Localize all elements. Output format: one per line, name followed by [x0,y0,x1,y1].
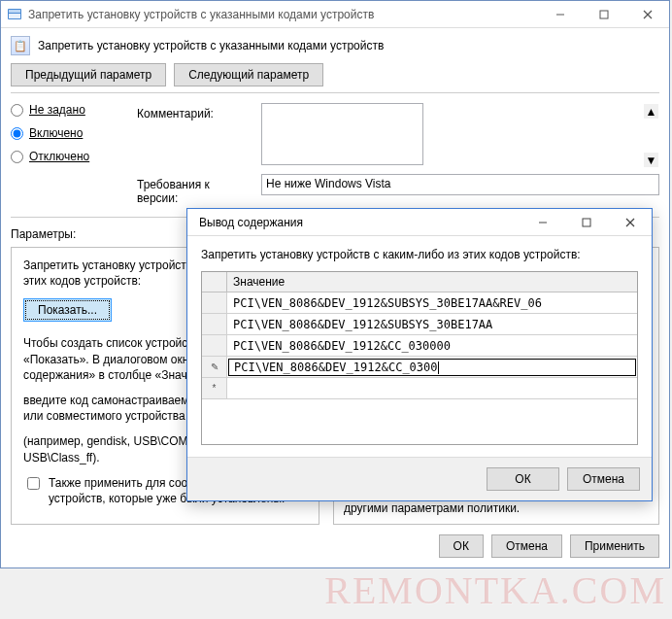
grid-col-header[interactable]: Значение [227,272,637,292]
modal-label: Запретить установку устройств с каким-ли… [201,248,638,261]
svg-rect-4 [600,11,608,18]
grid-cell-value[interactable]: PCI\VEN_8086&DEV_1912&CC_0300 [228,359,636,376]
titlebar[interactable]: Запретить установку устройств с указанны… [1,1,669,28]
radio-disabled[interactable] [11,151,23,163]
grid-row[interactable]: PCI\VEN_8086&DEV_1912&CC_030000 [202,335,637,357]
cancel-button[interactable]: Отмена [491,534,562,558]
grid-row[interactable]: PCI\VEN_8086&DEV_1912&SUBSYS_30BE17AA [202,314,637,335]
modal-minimize-button[interactable] [521,209,564,235]
close-button[interactable] [625,1,669,27]
grid-row-marker: ✎ [202,357,227,377]
scroll-down-icon[interactable]: ▼ [644,153,658,167]
grid-cell-value[interactable]: PCI\VEN_8086&DEV_1912&SUBSYS_30BE17AA&RE… [227,296,637,310]
comment-textarea[interactable] [261,103,423,165]
header-icon: 📋 [11,36,30,55]
policy-icon [7,7,22,22]
radio-enabled-label[interactable]: Включено [29,126,83,140]
svg-rect-2 [9,14,20,18]
radio-not-configured[interactable] [11,104,23,117]
value-grid[interactable]: Значение PCI\VEN_8086&DEV_1912&SUBSYS_30… [201,271,638,445]
radio-not-configured-label[interactable]: Не задано [29,103,85,117]
apply-button[interactable]: Применить [570,534,659,558]
modal-ok-button[interactable]: ОК [487,467,559,491]
grid-header: Значение [202,272,637,292]
grid-new-row[interactable]: * [202,378,637,399]
maximize-button[interactable] [582,1,625,27]
state-radio-group: Не задано Включено Отключено [11,103,118,211]
prev-setting-button[interactable]: Предыдущий параметр [11,63,166,86]
grid-row-marker [202,314,227,334]
modal-close-button[interactable] [608,209,652,235]
grid-row-header-col [202,272,227,292]
svg-rect-1 [9,10,20,13]
header-title: Запретить установку устройств с указанны… [38,39,384,52]
radio-disabled-label[interactable]: Отключено [29,150,89,163]
grid-row-marker [202,292,227,313]
grid-cell-value[interactable]: PCI\VEN_8086&DEV_1912&SUBSYS_30BE17AA [227,318,637,331]
grid-row[interactable]: ✎PCI\VEN_8086&DEV_1912&CC_0300 [202,357,637,378]
watermark: REMONTKA.COM [324,567,666,613]
grid-row-marker [202,335,227,356]
minimize-button[interactable] [538,1,582,27]
requirements-label: Требования к версии: [137,174,253,205]
scroll-up-icon[interactable]: ▲ [644,104,658,119]
modal-titlebar[interactable]: Вывод содержания [187,209,652,236]
modal-title: Вывод содержания [193,216,521,229]
grid-row[interactable]: PCI\VEN_8086&DEV_1912&SUBSYS_30BE17AA&RE… [202,292,637,314]
apply-existing-checkbox[interactable] [27,477,40,490]
modal-cancel-button[interactable]: Отмена [567,467,640,491]
ok-button[interactable]: ОК [439,534,484,558]
show-button[interactable]: Показать... [23,298,112,322]
radio-enabled[interactable] [11,127,23,140]
modal-maximize-button[interactable] [564,209,608,235]
window-title: Запретить установку устройств с указанны… [28,8,538,21]
requirements-field[interactable]: Не ниже Windows Vista [261,174,659,195]
content-output-dialog: Вывод содержания Запретить установку уст… [186,208,653,501]
comment-label: Комментарий: [137,103,253,120]
separator [11,92,659,93]
grid-cell-value[interactable]: PCI\VEN_8086&DEV_1912&CC_030000 [227,339,637,353]
grid-new-row-marker: * [202,378,227,398]
svg-rect-8 [583,219,590,226]
next-setting-button[interactable]: Следующий параметр [174,63,323,86]
grid-empty-space [202,399,637,444]
